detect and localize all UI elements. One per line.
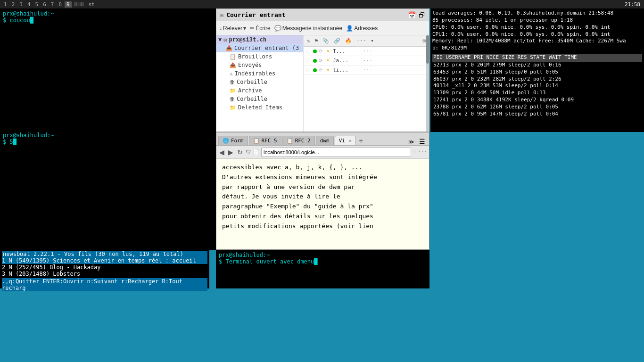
relever-dropdown-icon[interactable]: ▾ (243, 25, 246, 32)
terminal-newsboat[interactable]: newsboat 2.22.1 - Vos fils (30 non lus, … (0, 250, 209, 288)
message-item-3[interactable]: ☆ ⟳ ⚑ li... ··· (304, 66, 429, 75)
trash1-icon: 🗑 (230, 79, 235, 85)
star-icon-3[interactable]: ☆ (305, 67, 311, 73)
ecrire-button[interactable]: ✏ Écrire (250, 25, 270, 32)
tag-6[interactable]: 6 (41, 1, 48, 8)
tab-rfc2[interactable]: 📋 RFC 2 (282, 136, 315, 145)
terminal-sysmon[interactable]: load averages: 0.08, 0.19, 0.3shaihulud.… (430, 8, 644, 132)
tag-3[interactable]: 3 (17, 1, 25, 8)
folder-archive[interactable]: 📁 Archive (216, 86, 303, 95)
msg-toolbar-attach-icon: 📎 (321, 38, 330, 44)
email-calendar-icon[interactable]: 📅 (408, 11, 416, 19)
drafts-icon: 📋 (230, 54, 236, 60)
folder-drafts[interactable]: 📋 Brouillons (216, 52, 303, 61)
newsboat-item-1[interactable]: 1 N (549/1395) Sciences et Avenir en tem… (2, 257, 207, 264)
process-row: 86037 prx 2 0 232M 282M sleep/2 poll 2:2… (432, 76, 642, 83)
message-item-2[interactable]: ☆ ⟳ ⚑ Ja... ··· (304, 56, 429, 66)
reader-icon[interactable]: ≡ (413, 149, 416, 155)
more-icon[interactable]: ··· (418, 149, 427, 155)
folder-sent[interactable]: 📤 Envoyés (216, 61, 303, 69)
term-line: $ coucou█ (3, 17, 213, 24)
sysmon-table-header: PID USERNAME PRI NICE SIZE RES STATE WAI… (432, 54, 642, 62)
tab-rfc5[interactable]: 📋 RFC 5 (249, 136, 281, 145)
new-tab-button[interactable]: + (357, 137, 365, 145)
tag-9[interactable]: 9 (65, 1, 72, 8)
forward-button[interactable]: ▶ (227, 148, 234, 156)
folder-trash1[interactable]: 🗑 Corbeille (216, 78, 303, 86)
message-item-1[interactable]: ☆ ⟳ ⚑ T... ··· (304, 47, 429, 56)
terminal-topleft[interactable]: prx@shaihulud:~ $ coucou█ (0, 8, 216, 130)
folder-deleted[interactable]: 📁 Deleted Items (216, 103, 303, 112)
tab-form[interactable]: 🌐 Form (218, 136, 248, 145)
tab-close-icon[interactable]: ✕ (349, 138, 352, 143)
folder-sent-label: Envoyés (238, 62, 262, 68)
message-list-toolbar: ⇅ ⚑ 📎 🔗 🔥 ··· ▾ ⊞ (304, 35, 429, 47)
adresses-button[interactable]: 👤 Adresses (346, 25, 378, 32)
sysmon-load: load averages: 0.08, 0.19, 0.3shaihulud.… (432, 10, 642, 17)
content-line-6: paragraphue "Exemple" du "guide à la prx… (222, 202, 423, 212)
email-window-icon[interactable]: 🗗 (419, 11, 425, 19)
newsboat-item-3[interactable]: 3 N (203/1488) Lobsters (2, 271, 207, 277)
messagerie-label: Messagerie instantanée (282, 25, 342, 32)
process-row: 23788 prx 2 0 62M 126M sleep/2 poll 0:05 (432, 104, 642, 111)
messagerie-button[interactable]: 💬 Messagerie instantanée (274, 25, 342, 32)
process-row: 52713 prx 2 0 201M 279M sleep/2 poll 0:1… (432, 62, 642, 69)
tab-vi[interactable]: Vi ✕ (335, 136, 356, 145)
folder-inbox-label: Courrier entrant (3 (234, 45, 299, 51)
newsboat-item-2[interactable]: 2 N (252/495) Blog - Hackaday (2, 264, 207, 271)
tab-rfc2-icon: 📋 (287, 138, 293, 144)
folder-inbox[interactable]: 📥 Courrier entrant (3 (216, 44, 303, 52)
browser-nav: ◀ ▶ ↻ 🛡 📄 ≡ ··· (216, 146, 429, 159)
tag-hhh[interactable]: HHH (73, 1, 86, 8)
tag-5[interactable]: 5 (33, 1, 41, 8)
msg-menu-1[interactable]: ··· (363, 48, 372, 54)
star-icon-1[interactable]: ☆ (305, 49, 311, 54)
account-expand-icon: ▼ (218, 36, 222, 43)
tab-rfc5-label: RFC 5 (262, 138, 277, 144)
folder-spam[interactable]: ⚠ Indésirables (216, 69, 303, 78)
process-row: 65781 prx 2 0 95M 147M sleep/2 poll 0:04 (432, 111, 642, 118)
browser-menu-icon[interactable]: ☰ (417, 138, 427, 145)
msg-toolbar-dropdown[interactable]: ▾ (369, 38, 375, 44)
relever-icon: ↓ (219, 25, 222, 32)
back-button[interactable]: ◀ (218, 148, 225, 156)
msg-menu-3[interactable]: ··· (363, 67, 372, 73)
sender-1: T... (333, 48, 361, 54)
account-name: prx@si3t.ch (229, 36, 266, 43)
tag-4[interactable]: 4 (25, 1, 33, 8)
msg-toolbar-more[interactable]: ··· (355, 38, 367, 44)
folder-archive-label: Archive (238, 87, 262, 94)
msg-menu-2[interactable]: ··· (363, 58, 372, 64)
archive-icon: 📁 (230, 88, 236, 94)
terminal-bot-right[interactable]: prx@shaihulud:~ $ Terminal ouvert avec d… (216, 250, 429, 288)
sender-3: li... (333, 67, 361, 73)
tag-8[interactable]: 8 (57, 1, 64, 8)
tab-overflow-icon[interactable]: ≫ (406, 139, 416, 145)
tag-1[interactable]: 1 (2, 1, 9, 8)
scrollbar[interactable] (426, 35, 429, 132)
star-icon-2[interactable]: ☆ (305, 58, 311, 63)
inbox-icon: 📥 (226, 45, 232, 51)
sysmon-swap: p: 0K/8129M (432, 45, 642, 52)
tag-st[interactable]: st (87, 1, 97, 8)
folder-trash2[interactable]: 🗑 Corbeille (216, 95, 303, 103)
terminal-midleft[interactable]: prx@shaihulud:~ $ 5█ (0, 130, 216, 250)
newsboat-status: .,q:Quitter ENTER:Ouvrir n:Suivant r:Rec… (2, 278, 207, 291)
sysmon-memory: Memory: Real: 1002M/4088M act/tot Free: … (432, 38, 642, 45)
folder-trash2-label: Corbeille (237, 96, 267, 102)
tag-2[interactable]: 2 (10, 1, 17, 8)
tab-dwm-label: dwm (320, 138, 330, 144)
tag-7[interactable]: 7 (49, 1, 56, 8)
reload-button[interactable]: ↻ (236, 148, 244, 156)
sender-2: Ja... (333, 58, 361, 64)
url-bar[interactable] (261, 148, 411, 157)
read-dot-1 (313, 49, 317, 53)
email-icon: ✉ (220, 12, 223, 18)
sysmon-cpu1: CPU1: 0.0% user, 0.0% nice, 0.0% sys, 0.… (432, 31, 642, 38)
deleted-icon: 📁 (230, 105, 236, 111)
browser-content: accessibles avec a, b, j, k, {, }, ... D… (216, 159, 429, 249)
flag-icon-1: ⚑ (326, 49, 331, 54)
email-account[interactable]: ▼ ✉ prx@si3t.ch (216, 35, 303, 44)
tab-dwm[interactable]: dwm (316, 136, 334, 145)
relever-button[interactable]: ↓ Relever ▾ (219, 25, 246, 32)
